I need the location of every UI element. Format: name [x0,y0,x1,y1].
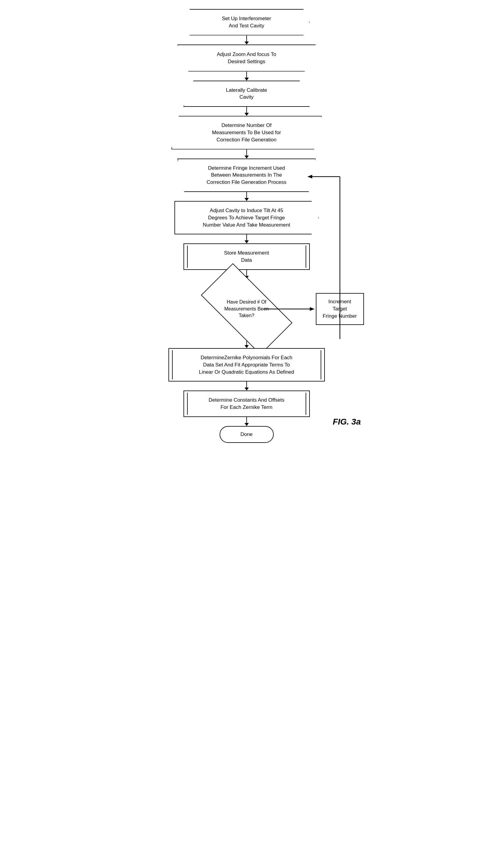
adjust-cavity-label: Adjust Cavity to Induce Tilt At 45 Degre… [203,207,290,228]
determine-fringe-box: Determine Fringe Increment Used Between … [177,158,316,192]
laterally-calibrate-label: Laterally Calibrate Cavity [226,87,267,101]
store-measurement-label: Store Measurement Data [224,249,269,264]
adjust-zoom-box: Adjust Zoom And focus To Desired Setting… [177,44,316,71]
determine-number-label: Determine Number Of Measurements To Be U… [212,122,281,143]
determine-zernike-label: DetermineZernike Polynomials For Each Da… [199,354,294,376]
adjust-cavity-section: Adjust Cavity to Induce Tilt At 45 Degre… [123,201,370,234]
adjust-zoom-label: Adjust Zoom And focus To Desired Setting… [217,51,276,65]
determine-number-box: Determine Number Of Measurements To Be U… [171,116,322,149]
set-up-box: Set Up Interferometer And Test Cavity [184,9,310,36]
determine-constants-box: Determine Constants And Offsets For Each… [184,390,310,417]
diamond-row: Have Desired # Of Measurements Been Take… [123,279,370,339]
arrow-4 [244,150,249,158]
determine-constants-label: Determine Constants And Offsets For Each… [209,397,284,411]
store-measurement-box: Store Measurement Data [184,244,310,270]
done-label: Done [240,431,253,438]
arrow-9 [244,381,249,390]
adjust-cavity-box: Adjust Cavity to Induce Tilt At 45 Degre… [174,201,319,234]
arrow-5 [244,192,249,201]
arrow-1 [244,36,249,44]
arrow-10 [244,417,249,426]
arrow-3 [244,107,249,116]
determine-fringe-label: Determine Fringe Increment Used Between … [207,165,287,186]
page: Set Up Interferometer And Test Cavity Ad… [123,9,370,443]
determine-zernike-box: DetermineZernike Polynomials For Each Da… [168,348,325,381]
done-box: Done [219,426,274,443]
set-up-label: Set Up Interferometer And Test Cavity [222,15,271,29]
arrow-6 [244,234,249,244]
have-desired-label: Have Desired # Of Measurements Been Take… [214,296,280,322]
laterally-calibrate-box: Laterally Calibrate Cavity [184,81,310,107]
flowchart: Set Up Interferometer And Test Cavity Ad… [123,9,370,443]
fig-label: FIG. 3a [333,417,361,427]
arrow-2 [244,71,249,81]
svg-marker-1 [310,307,315,311]
